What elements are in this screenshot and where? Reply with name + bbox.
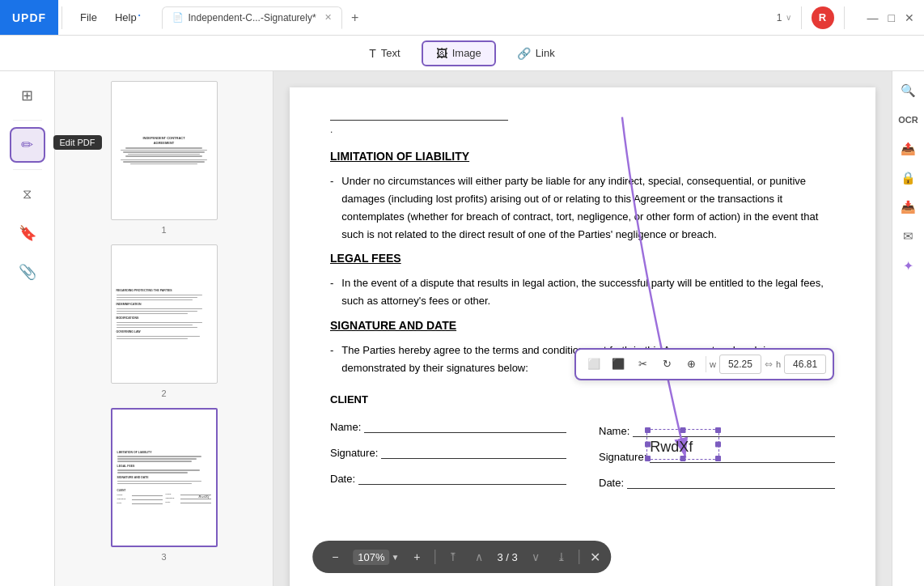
signature-image: RwdXf bbox=[650, 439, 693, 455]
pag-sep2 bbox=[579, 550, 580, 564]
text-tool-label: Text bbox=[381, 47, 401, 59]
img-tool-align-center[interactable]: ⬛ bbox=[607, 353, 629, 376]
document-area[interactable]: . LIMITATION OF LIABILITY - Under no cir… bbox=[273, 71, 892, 586]
thumbnail-page-2[interactable]: REGARDING PROTECTING THE PARTIES INDEMNI… bbox=[111, 244, 218, 398]
right-icon-ocr[interactable]: OCR bbox=[896, 107, 922, 133]
vendor-date-field: Date: bbox=[599, 473, 835, 489]
left-sidebar: ⊞ ✏ Edit PDF ⧖ 🔖 📎 bbox=[0, 71, 55, 586]
zoom-out-button[interactable]: − bbox=[324, 546, 346, 568]
img-tool-replace[interactable]: ⊕ bbox=[680, 353, 702, 376]
active-tab[interactable]: 📄 Independent-C...-Signaturely* ✕ bbox=[162, 6, 342, 29]
new-tab-button[interactable]: + bbox=[345, 8, 365, 28]
app-logo: UPDF bbox=[0, 0, 58, 35]
vendor-name-field: Name: bbox=[599, 421, 835, 437]
section-signature-title: SIGNATURE AND DATE bbox=[330, 319, 835, 332]
right-icon-ai[interactable]: ✦ bbox=[896, 253, 922, 278]
thumbnail-label-2: 2 bbox=[161, 389, 166, 398]
sidebar-icon-bookmark[interactable]: 🔖 bbox=[10, 215, 45, 251]
img-tool-rotate[interactable]: ↻ bbox=[655, 353, 678, 376]
edit-pdf-tooltip: Edit PDF bbox=[53, 135, 102, 150]
client-name-field: Name: bbox=[330, 417, 566, 433]
pagination-close-button[interactable]: ✕ bbox=[590, 550, 600, 565]
img-toolbar-divider bbox=[706, 356, 706, 372]
right-icon-extract[interactable]: 📤 bbox=[896, 136, 922, 162]
client-date-field: Date: bbox=[330, 469, 566, 485]
legal-fees-text: In the event of a dispute that results i… bbox=[341, 274, 835, 310]
minimize-button[interactable]: — bbox=[867, 11, 879, 24]
thumbnail-label-3: 3 bbox=[161, 552, 166, 562]
zoom-value[interactable]: 107% bbox=[353, 550, 389, 565]
handle-mr[interactable] bbox=[715, 441, 721, 447]
page-version-indicator: 1 ∨ bbox=[777, 12, 791, 23]
vendor-title bbox=[599, 393, 835, 410]
page-display: 3 / 3 bbox=[494, 551, 520, 563]
menu-help[interactable]: Help bbox=[107, 8, 149, 27]
thumbnail-page-1[interactable]: INDEPENDENT CONTRACTAGREEMENT 1 bbox=[111, 81, 218, 235]
link-tool-label: Link bbox=[536, 47, 555, 59]
vendor-signature-col: Name: Signature: RwdXf bbox=[599, 393, 835, 499]
zoom-level: 107% ▼ bbox=[350, 550, 402, 565]
image-tool-icon: 🖼 bbox=[436, 47, 447, 60]
sidebar-icon-attach[interactable]: 📎 bbox=[10, 254, 45, 290]
thumbnail-img-2: REGARDING PROTECTING THE PARTIES INDEMNI… bbox=[111, 244, 218, 384]
window-controls: — □ ✕ bbox=[858, 11, 924, 24]
zoom-in-button[interactable]: + bbox=[405, 546, 428, 568]
user-avatar[interactable]: R bbox=[812, 6, 834, 29]
section-legal-fees-para: - In the event of a dispute that results… bbox=[330, 274, 835, 310]
handle-br[interactable] bbox=[715, 456, 721, 461]
image-tool-button[interactable]: 🖼 Image bbox=[422, 40, 496, 66]
page-top-line bbox=[330, 120, 508, 121]
close-button[interactable]: ✕ bbox=[905, 11, 914, 24]
total-pages: 3 bbox=[512, 551, 518, 563]
link-tool-button[interactable]: 🔗 Link bbox=[502, 40, 570, 66]
current-page: 3 bbox=[497, 551, 502, 563]
signature-columns: CLIENT Name: Signature: Date: bbox=[330, 393, 835, 499]
img-tool-crop[interactable]: ✂ bbox=[631, 353, 654, 376]
width-label: w bbox=[710, 359, 716, 369]
handle-bm[interactable] bbox=[680, 456, 686, 461]
menu-file[interactable]: File bbox=[72, 8, 105, 27]
text-tool-button[interactable]: T Text bbox=[354, 40, 414, 66]
right-icon-protect[interactable]: 🔒 bbox=[896, 165, 922, 191]
limitation-text: Under no circumstances will either party… bbox=[341, 172, 835, 244]
sidebar-icon-thumbnails[interactable]: ⊞ bbox=[10, 78, 45, 113]
topbar: UPDF File Help 📄 Independent-C...-Signat… bbox=[0, 0, 924, 36]
height-input[interactable] bbox=[784, 355, 826, 374]
thumbnail-img-3: LIMITATION OF LIABILITY LEGAL FEES SIGNA… bbox=[111, 408, 218, 547]
client-signature-field: Signature: bbox=[330, 443, 566, 459]
thumbnail-page-3[interactable]: LIMITATION OF LIABILITY LEGAL FEES SIGNA… bbox=[111, 408, 218, 562]
section-limitation-para: - Under no circumstances will either par… bbox=[330, 172, 835, 244]
section-legal-fees-title: LEGAL FEES bbox=[330, 252, 835, 265]
pagination-bar: − 107% ▼ + ⤒ ∧ 3 / 3 ∨ ⤓ ✕ bbox=[312, 541, 611, 573]
tab-close-button[interactable]: ✕ bbox=[324, 12, 332, 23]
tab-title: Independent-C...-Signaturely* bbox=[189, 12, 316, 23]
tab-area: 📄 Independent-C...-Signaturely* ✕ + bbox=[155, 6, 767, 29]
maximize-button[interactable]: □ bbox=[888, 11, 895, 24]
client-title: CLIENT bbox=[330, 393, 566, 406]
thumbnail-img-1: INDEPENDENT CONTRACTAGREEMENT bbox=[111, 81, 218, 220]
client-signature-col: CLIENT Name: Signature: Date: bbox=[330, 393, 566, 499]
right-icon-export[interactable]: 📥 bbox=[896, 194, 922, 220]
width-input[interactable] bbox=[719, 355, 761, 374]
last-page-button[interactable]: ⤓ bbox=[550, 546, 573, 568]
sidebar-icon-layers[interactable]: ⧖ bbox=[10, 176, 45, 212]
prev-page-button[interactable]: ∧ bbox=[468, 546, 490, 568]
topbar-divider3 bbox=[844, 6, 845, 29]
right-icon-search[interactable]: 🔍 bbox=[896, 78, 922, 104]
vendor-signature-field: Signature: RwdXf bbox=[599, 447, 835, 463]
right-sidebar: 🔍 OCR 📤 🔒 📥 ✉ ✦ bbox=[892, 71, 924, 586]
edit-toolbar: T Text 🖼 Image 🔗 Link bbox=[0, 36, 924, 71]
sidebar-icon-edit-pdf[interactable]: ✏ Edit PDF bbox=[10, 127, 45, 163]
first-page-button[interactable]: ⤒ bbox=[442, 546, 464, 568]
image-tool-label: Image bbox=[452, 47, 481, 59]
document-page: . LIMITATION OF LIABILITY - Under no cir… bbox=[290, 87, 875, 586]
text-tool-icon: T bbox=[369, 47, 376, 60]
sidebar-sep1 bbox=[13, 120, 42, 121]
next-page-button[interactable]: ∨ bbox=[524, 546, 547, 568]
right-icon-email[interactable]: ✉ bbox=[896, 223, 922, 249]
height-label: h bbox=[776, 359, 781, 369]
pag-sep1 bbox=[434, 550, 435, 564]
tab-icon: 📄 bbox=[172, 12, 184, 23]
img-tool-align-left[interactable]: ⬜ bbox=[583, 353, 605, 376]
image-size-fields: w ⇔ h bbox=[710, 355, 826, 374]
